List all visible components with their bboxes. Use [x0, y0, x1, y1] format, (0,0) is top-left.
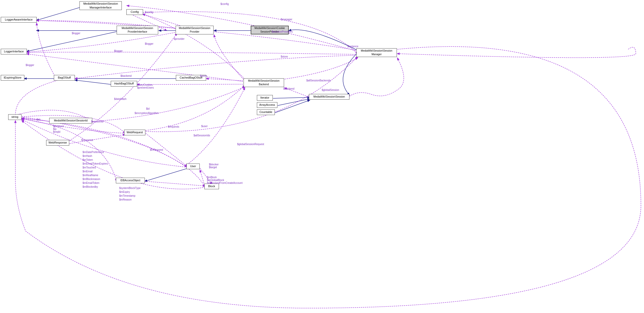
- svg-line-20: [200, 168, 212, 184]
- label-logger-1: $logger: [72, 32, 80, 35]
- label-encryption: $encryptionAlgorithm: [135, 112, 159, 115]
- label-backend-2: $backend: [283, 87, 294, 90]
- label-manager: $manager: [281, 18, 292, 21]
- svg-line-21: [145, 181, 205, 186]
- svg-line-11: [137, 84, 245, 84]
- node-logger-interface[interactable]: LoggerInterface: [1, 49, 27, 54]
- svg-line-9: [75, 80, 112, 84]
- label-user-fields: $mDatePreference$mHash$mToken$mEmailToke…: [83, 150, 108, 189]
- svg-line-3: [27, 31, 118, 51]
- label-session-id: $sessionId: [91, 120, 103, 123]
- node-bag-o-stuff[interactable]: BagOStuff: [54, 75, 75, 81]
- label-all-session-backends: $allSessionBackends: [306, 79, 331, 82]
- node-logger-aware-interface[interactable]: LoggerAwareInterface: [1, 17, 37, 23]
- svg-line-13: [278, 99, 310, 106]
- node-session[interactable]: MediaWiki\Session\Session: [309, 94, 349, 100]
- label-global-session: $globalSession: [322, 89, 339, 91]
- label-logger-3: $logger: [114, 50, 123, 52]
- label-blocker: $blocker$target: [209, 163, 219, 169]
- label-backend-1: $backend: [120, 74, 132, 77]
- label-all-session-ids: $allSessionIds: [194, 134, 210, 137]
- node-hash-bag-o-stuff[interactable]: HashBagOStuff: [111, 81, 137, 87]
- label-config-right: $config: [220, 3, 229, 5]
- label-provider: $provider: [174, 37, 185, 40]
- svg-line-12: [273, 97, 310, 98]
- svg-line-10: [206, 79, 245, 81]
- node-i-expiring-store[interactable]: IExpiringStore: [1, 75, 24, 81]
- node-config[interactable]: Config: [126, 9, 143, 15]
- edges-svg: [0, 0, 644, 313]
- diagram-container: MediaWiki\Session\SessionManagerInterfac…: [0, 0, 644, 313]
- svg-line-0: [37, 6, 86, 20]
- svg-line-15: [285, 88, 310, 97]
- label-global-session-request: $globalSessionRequest: [237, 143, 264, 146]
- node-countable[interactable]: Countable: [257, 109, 275, 115]
- node-session-id[interactable]: MediaWiki\Session\SessionId: [49, 118, 92, 124]
- label-data-hash: $dataHash: [114, 98, 126, 100]
- svg-line-14: [275, 100, 310, 113]
- node-iterator[interactable]: Iterator: [257, 95, 273, 101]
- label-idb-fields: $systemBlockType$mExpiry$mTimestamp$mRea…: [119, 186, 140, 202]
- label-response: $response: [81, 139, 93, 141]
- node-array-access[interactable]: ArrayAccess: [257, 102, 277, 108]
- label-config-down: $config: [145, 11, 153, 14]
- svg-line-19: [145, 168, 187, 181]
- label-protocol: $protocol$ip$reqId: [53, 125, 64, 133]
- label-instance: $instance: [347, 45, 358, 48]
- node-session-manager-interface[interactable]: MediaWiki\Session\SessionManagerInterfac…: [79, 1, 122, 10]
- node-web-response[interactable]: WebResponse: [46, 140, 69, 146]
- label-block-fields: $mBlock$mGlobalBlock$mBlockedFromCreateA…: [207, 176, 243, 184]
- node-session-provider[interactable]: MediaWiki\Session\SessionProvider: [176, 26, 214, 34]
- node-string[interactable]: string: [8, 114, 22, 120]
- node-user[interactable]: User: [186, 164, 200, 169]
- node-block[interactable]: Block: [204, 184, 219, 189]
- node-cookie-session-provider[interactable]: MediaWiki\Session\CookieSessionProvider: [251, 26, 289, 34]
- label-user: $user: [201, 125, 208, 128]
- label-id-1: $id: [146, 107, 149, 110]
- label-id-2: $id: [37, 118, 40, 121]
- node-idb-access-object[interactable]: IDBAccessObject: [116, 178, 145, 183]
- label-requests: $requests: [168, 125, 179, 128]
- svg-line-16: [22, 118, 50, 121]
- svg-line-17: [146, 133, 187, 166]
- node-cached-bag-o-stuff[interactable]: CachedBagOStuff: [176, 75, 206, 81]
- node-web-request[interactable]: WebRequest: [124, 130, 145, 135]
- label-logger-2: $logger: [145, 42, 153, 45]
- label-m-request: $mRequest: [150, 148, 163, 151]
- node-session-backend[interactable]: MediaWiki\Session\SessionBackend: [244, 78, 284, 87]
- label-logger-4: $logger: [26, 64, 34, 67]
- label-vary-cookies: $varyCookies$preventUsers: [137, 83, 154, 89]
- svg-line-5: [143, 14, 182, 26]
- node-session-manager[interactable]: MediaWiki\Session\SessionManager: [356, 48, 397, 57]
- label-store-1: $store: [281, 55, 288, 58]
- node-session-provider-interface[interactable]: MediaWiki\Session\SessionProviderInterfa…: [117, 26, 158, 34]
- svg-line-18: [69, 135, 125, 144]
